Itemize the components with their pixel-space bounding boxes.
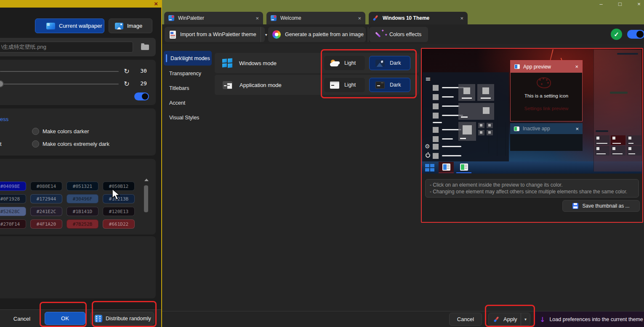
start-menu-tile-small[interactable]: [478, 123, 484, 128]
close-icon[interactable]: ×: [575, 126, 579, 132]
action-center-tile[interactable]: [627, 135, 641, 145]
palette-color-swatch[interactable]: #080E14: [30, 182, 62, 191]
maximize-icon[interactable]: □: [615, 0, 625, 8]
palette-color-swatch[interactable]: #4F1A20: [30, 219, 62, 229]
import-theme-button[interactable]: Import from a WinPaletter theme ▾: [165, 27, 265, 42]
start-menu-tile[interactable]: [458, 122, 476, 141]
power-icon[interactable]: [426, 153, 430, 158]
palette-color-swatch[interactable]: #270F14: [0, 219, 26, 229]
action-center-tile[interactable]: [627, 146, 641, 156]
cancel-button[interactable]: Cancel: [449, 313, 482, 326]
app-preview-titlebar[interactable]: App preview ×: [511, 61, 582, 73]
tab-welcome[interactable]: Welcome ×: [266, 12, 365, 24]
start-menu-tile[interactable]: [458, 103, 494, 120]
palette-color-swatch[interactable]: #7B252B: [67, 219, 98, 229]
palette-color-swatch[interactable]: #241E2C: [30, 207, 62, 216]
palette-color-swatch[interactable]: #52628C: [0, 207, 26, 216]
palette-color-swatch[interactable]: #04098E: [0, 182, 26, 191]
scrollbar-thumb[interactable]: [144, 185, 148, 212]
sidebar-item-transparency[interactable]: Transparency: [169, 71, 201, 76]
close-icon[interactable]: ×: [575, 63, 578, 70]
current-wallpaper-button[interactable]: Current wallpaper: [35, 18, 104, 33]
minimize-icon[interactable]: –: [596, 0, 606, 8]
setting-icon-caption[interactable]: This is a setting icon: [511, 93, 582, 98]
gear-icon[interactable]: ⚙: [425, 143, 430, 150]
palette-color-swatch[interactable]: #30496F: [67, 194, 98, 203]
taskbar-app-blue[interactable]: [439, 162, 454, 172]
wallpaper-path-input[interactable]: [0, 42, 133, 53]
sidebar-item-visual-styles[interactable]: Visual Styles: [169, 115, 199, 121]
browse-folder-button[interactable]: [137, 41, 152, 53]
slider-1-track[interactable]: [0, 71, 119, 72]
save-thumbnail-button[interactable]: Save thumbnail as ...: [562, 200, 640, 212]
windows-mode-dark-button[interactable]: Dark: [369, 56, 410, 70]
action-center-tile[interactable]: [611, 146, 625, 156]
palette-color-swatch[interactable]: #10213B: [103, 194, 135, 203]
close-icon[interactable]: ×: [154, 0, 158, 8]
make-colors-extremely-dark-radio[interactable]: [32, 140, 39, 148]
cancel-button[interactable]: Cancel: [5, 312, 39, 325]
tab-close-icon[interactable]: ×: [255, 15, 259, 21]
chevron-down-icon[interactable]: ▾: [521, 313, 530, 325]
palette-color-swatch[interactable]: #051321: [67, 182, 98, 191]
start-menu-tile-small[interactable]: [487, 123, 493, 128]
taskbar-app-green[interactable]: [456, 162, 471, 172]
palette-scrollbar[interactable]: [143, 179, 150, 239]
palette-color-swatch[interactable]: #661D22: [103, 219, 135, 229]
windows-mode-light-button[interactable]: Light: [324, 56, 365, 70]
start-menu-preview[interactable]: ≡ ⚙: [423, 72, 509, 162]
brightness-link-cut[interactable]: ess: [0, 116, 8, 122]
image-button[interactable]: Image: [109, 18, 152, 33]
palette-color-swatch[interactable]: #050B12: [103, 182, 135, 191]
wallpaper-preview[interactable]: ≡ ⚙ App preview × This is a setting icon…: [422, 49, 642, 174]
left-window-titlebar[interactable]: ×: [0, 0, 161, 8]
action-center-preview[interactable]: [593, 50, 641, 171]
ok-button[interactable]: OK: [45, 312, 85, 325]
application-mode-dark-button[interactable]: Dark: [369, 78, 410, 92]
inactive-app-window[interactable]: Inactive app ×: [510, 123, 583, 151]
tab-close-icon[interactable]: ×: [460, 15, 463, 21]
palette-color-swatch[interactable]: #1B141D: [67, 207, 98, 216]
reset-icon[interactable]: ↻: [123, 80, 130, 88]
sidebar-item-titlebars[interactable]: Titlebars: [169, 85, 189, 91]
slider-2-track[interactable]: [0, 84, 119, 84]
action-center-tile[interactable]: [595, 135, 609, 145]
generate-palette-button[interactable]: Generate a palette from an image ▾: [268, 27, 366, 42]
sidebar-item-dark-light-modes[interactable]: Dark\light modes: [164, 51, 212, 66]
distribute-randomly-button[interactable]: Distribute randomly: [90, 312, 154, 325]
load-preferences-button[interactable]: ↓ Load preferences into the current them…: [535, 311, 644, 327]
palette-color-swatch[interactable]: #0F1928: [0, 194, 26, 203]
tab-winpaletter[interactable]: WinPaletter ×: [164, 12, 263, 24]
close-icon[interactable]: ×: [634, 0, 644, 8]
make-colors-darker-radio[interactable]: [32, 128, 39, 135]
colors-effects-button[interactable]: Colors effects: [369, 27, 428, 42]
tab-close-icon[interactable]: ×: [358, 15, 361, 21]
action-center-tile-highlighted[interactable]: [611, 135, 625, 145]
start-menu-tile[interactable]: [477, 84, 494, 101]
application-mode-light-button[interactable]: Light: [324, 78, 365, 92]
start-menu-placeholder: [442, 96, 454, 98]
start-menu-tile-small[interactable]: [487, 130, 493, 135]
sidebar-item-accent[interactable]: Accent: [169, 100, 185, 106]
action-center-tile[interactable]: [595, 146, 609, 156]
palette-color-swatch[interactable]: #120E13: [103, 207, 135, 216]
hamburger-icon[interactable]: ≡: [425, 75, 431, 83]
start-menu-tile-small[interactable]: [478, 130, 484, 135]
start-menu-tile[interactable]: [458, 84, 475, 101]
slider-2-knob[interactable]: [0, 80, 4, 87]
settings-link-preview[interactable]: Settings link preview: [511, 106, 582, 111]
inactive-app-titlebar[interactable]: Inactive app ×: [510, 123, 583, 134]
start-button-icon[interactable]: [425, 164, 434, 171]
apply-button[interactable]: Apply ▾: [488, 313, 530, 326]
scroll-up-icon[interactable]: [144, 179, 149, 181]
palette-color-swatch[interactable]: #172944: [30, 194, 62, 203]
theme-enabled-toggle[interactable]: [627, 30, 644, 39]
app-preview-window[interactable]: App preview × This is a setting icon Set…: [510, 60, 583, 121]
left-toggle-switch[interactable]: [134, 92, 149, 100]
palette-setting-icon[interactable]: [537, 77, 551, 88]
reset-icon[interactable]: ↻: [123, 67, 130, 75]
main-titlebar[interactable]: – □ × WinPaletter × Welcome × Windows 10…: [162, 0, 644, 24]
app-preview-title: App preview: [523, 64, 572, 70]
tab-windows-10-theme[interactable]: Windows 10 Theme ×: [369, 12, 468, 24]
confirm-check-button[interactable]: ✓: [611, 29, 622, 40]
